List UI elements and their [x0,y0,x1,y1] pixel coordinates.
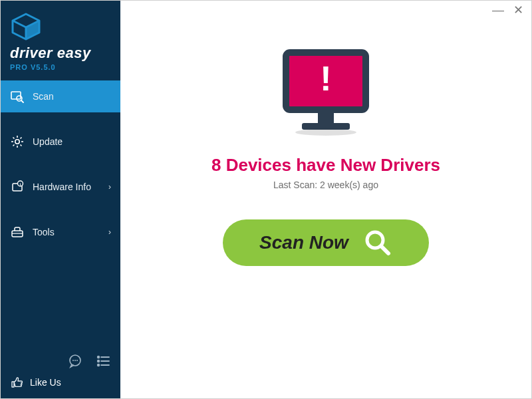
brand-name: driver easy [10,45,111,62]
sidebar-bottom: Like Us [1,348,120,398]
status-headline: 8 Devices have New Drivers [211,155,440,176]
svg-point-22 [74,360,76,361]
magnifier-icon [363,228,392,257]
toolbox-icon [10,225,25,239]
minimize-button[interactable]: — [492,3,504,17]
brand-block: driver easy PRO V5.5.0 [1,1,120,78]
scan-icon [10,89,25,104]
svg-line-13 [13,145,15,146]
close-button[interactable]: ✕ [513,3,523,17]
feedback-icon[interactable] [67,353,83,369]
alert-monitor-illustration: ! [273,47,379,140]
gear-icon [10,134,25,149]
svg-point-24 [98,356,100,358]
chevron-right-icon: › [108,227,111,237]
list-settings-icon[interactable] [95,353,111,369]
svg-line-14 [21,138,22,139]
nav: Scan Update [1,80,120,348]
sidebar-item-update[interactable]: Update [1,126,120,158]
chevron-right-icon: › [108,182,111,192]
brand-version: PRO V5.5.0 [10,63,111,71]
last-scan-label: Last Scan: 2 week(s) ago [273,180,378,190]
sidebar-item-label: Scan [33,91,54,102]
like-us-label: Like Us [30,377,61,388]
app-window: — ✕ driver easy PRO V5.5.0 [0,0,532,399]
logo-icon [10,13,111,41]
thumbs-up-icon [10,376,23,389]
sidebar-item-hardware-info[interactable]: i Hardware Info › [1,171,120,203]
sidebar-item-tools[interactable]: Tools › [1,216,120,248]
svg-point-21 [72,360,74,361]
window-controls: — ✕ [492,1,531,19]
svg-point-26 [98,360,100,362]
sidebar-item-label: Hardware Info [33,182,91,192]
svg-line-11 [13,138,15,139]
scan-now-label: Scan Now [259,232,348,253]
svg-line-12 [21,145,22,146]
sidebar: driver easy PRO V5.5.0 Scan [1,1,120,398]
svg-line-5 [21,100,23,102]
svg-point-28 [98,364,100,366]
svg-point-6 [15,140,19,144]
scan-now-button[interactable]: Scan Now [223,219,429,266]
sidebar-item-label: Update [33,136,63,147]
chip-info-icon: i [10,180,25,194]
svg-point-23 [76,360,78,361]
svg-line-37 [381,246,388,253]
svg-point-35 [295,129,356,136]
svg-text:!: ! [320,59,331,98]
svg-rect-33 [318,112,334,123]
svg-rect-34 [302,123,350,130]
like-us-button[interactable]: Like Us [10,376,111,389]
sidebar-item-label: Tools [33,227,55,237]
main-panel: ! 8 Devices have New Drivers Last Scan: … [120,1,531,398]
sidebar-item-scan[interactable]: Scan [1,80,120,112]
